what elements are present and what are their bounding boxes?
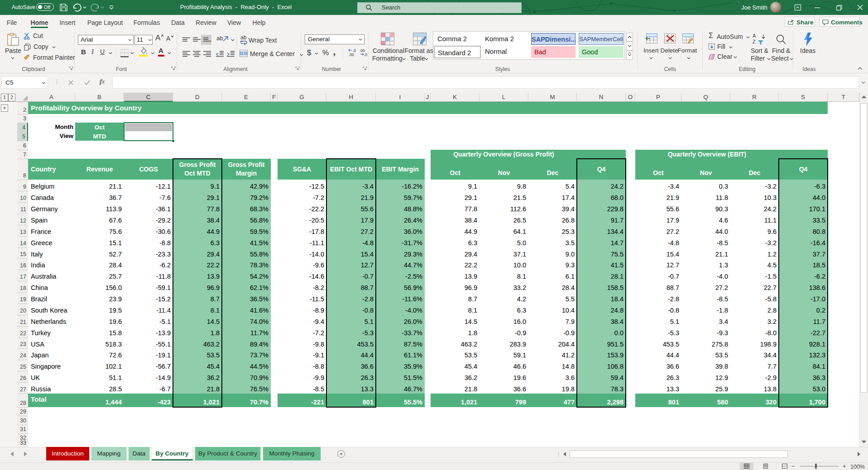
- svg-text:Z: Z: [753, 39, 756, 44]
- svg-text:.00: .00: [349, 52, 354, 57]
- svg-text:A: A: [753, 33, 756, 38]
- svg-text:.0: .0: [364, 52, 367, 57]
